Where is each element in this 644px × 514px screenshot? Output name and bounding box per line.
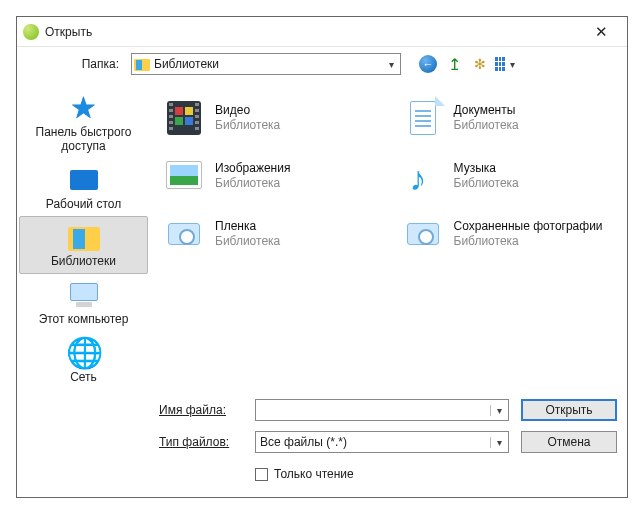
view-menu-button[interactable]: ▾: [495, 53, 517, 75]
open-file-dialog: Открыть ✕ Папка: Библиотеки ▾ ← ↥ ✻ ▾: [16, 16, 628, 498]
item-name: Изображения: [215, 161, 290, 176]
places-label: Библиотеки: [51, 255, 116, 269]
titlebar: Открыть ✕: [17, 17, 627, 47]
places-libraries[interactable]: Библиотеки: [19, 216, 148, 274]
readonly-checkbox[interactable]: [255, 468, 268, 481]
places-bar: ★ Панель быстрого доступа Рабочий стол Б…: [17, 81, 150, 391]
item-subtitle: Библиотека: [215, 118, 280, 133]
item-name: Документы: [454, 103, 519, 118]
item-name: Музыка: [454, 161, 519, 176]
filename-input[interactable]: ▾: [255, 399, 509, 421]
view-grid-icon: [495, 57, 505, 71]
places-network[interactable]: 🌐 Сеть: [19, 332, 148, 390]
item-name: Видео: [215, 103, 280, 118]
current-folder-text: Библиотеки: [154, 57, 380, 71]
filetype-select[interactable]: Все файлы (*.*) ▾: [255, 431, 509, 453]
item-subtitle: Библиотека: [454, 118, 519, 133]
open-button[interactable]: Открыть: [521, 399, 617, 421]
library-item-pictures[interactable]: Изображения Библиотека: [160, 149, 379, 203]
dialog-footer: Имя файла: ▾ Открыть Тип файлов: Все фай…: [17, 391, 627, 497]
places-desktop[interactable]: Рабочий стол: [19, 159, 148, 217]
videos-icon: [163, 97, 205, 139]
filetype-label: Тип файлов:: [159, 435, 243, 449]
network-icon: 🌐: [66, 337, 102, 369]
library-item-camera-roll[interactable]: Пленка Библиотека: [160, 207, 379, 261]
readonly-label: Только чтение: [274, 467, 354, 481]
up-one-level-button[interactable]: ↥: [443, 53, 465, 75]
documents-icon: [402, 97, 444, 139]
item-subtitle: Библиотека: [215, 234, 280, 249]
item-name: Сохраненные фотографии: [454, 219, 603, 234]
saved-pictures-icon: [402, 213, 444, 255]
library-item-videos[interactable]: Видео Библиотека: [160, 91, 379, 145]
new-folder-icon: ✻: [474, 56, 486, 72]
places-quick-access[interactable]: ★ Панель быстрого доступа: [19, 87, 148, 159]
cancel-button-label: Отмена: [547, 435, 590, 449]
new-folder-button[interactable]: ✻: [469, 53, 491, 75]
chevron-down-icon: ▾: [384, 59, 398, 70]
item-subtitle: Библиотека: [454, 176, 519, 191]
chevron-down-icon: ▾: [490, 405, 508, 416]
places-label: Рабочий стол: [46, 198, 121, 212]
item-subtitle: Библиотека: [215, 176, 290, 191]
libraries-icon: [134, 57, 150, 71]
places-label: Сеть: [70, 371, 97, 385]
music-icon: ♪: [402, 155, 444, 197]
cancel-button[interactable]: Отмена: [521, 431, 617, 453]
up-arrow-icon: ↥: [448, 55, 461, 74]
chevron-down-icon: ▾: [507, 59, 517, 70]
window-title: Открыть: [45, 25, 581, 39]
back-button[interactable]: ←: [417, 53, 439, 75]
toolbar-buttons: ← ↥ ✻ ▾: [417, 53, 517, 75]
dialog-body: ★ Панель быстрого доступа Рабочий стол Б…: [17, 81, 627, 391]
filetype-text: Все файлы (*.*): [256, 435, 490, 449]
back-arrow-icon: ←: [419, 55, 437, 73]
item-subtitle: Библиотека: [454, 234, 603, 249]
open-button-label: Открыть: [545, 403, 592, 417]
places-label: Панель быстрого доступа: [22, 126, 145, 154]
library-item-documents[interactable]: Документы Библиотека: [399, 91, 618, 145]
item-name: Пленка: [215, 219, 280, 234]
chevron-down-icon: ▾: [490, 437, 508, 448]
folder-toolbar: Папка: Библиотеки ▾ ← ↥ ✻ ▾: [17, 47, 627, 81]
folder-label: Папка:: [81, 57, 123, 71]
camera-roll-icon: [163, 213, 205, 255]
close-button[interactable]: ✕: [581, 23, 621, 41]
library-item-music[interactable]: ♪ Музыка Библиотека: [399, 149, 618, 203]
pictures-icon: [163, 155, 205, 197]
libraries-icon: [66, 221, 102, 253]
library-item-saved-pictures[interactable]: Сохраненные фотографии Библиотека: [399, 207, 618, 261]
this-pc-icon: [66, 279, 102, 311]
readonly-row: Только чтение: [255, 467, 509, 481]
app-icon: [23, 24, 39, 40]
file-list[interactable]: Видео Библиотека Документы Библиотека Из…: [150, 81, 627, 391]
places-label: Этот компьютер: [39, 313, 129, 327]
places-this-pc[interactable]: Этот компьютер: [19, 274, 148, 332]
quick-access-icon: ★: [66, 92, 102, 124]
desktop-icon: [66, 164, 102, 196]
folder-combo[interactable]: Библиотеки ▾: [131, 53, 401, 75]
filename-label: Имя файла:: [159, 403, 243, 417]
